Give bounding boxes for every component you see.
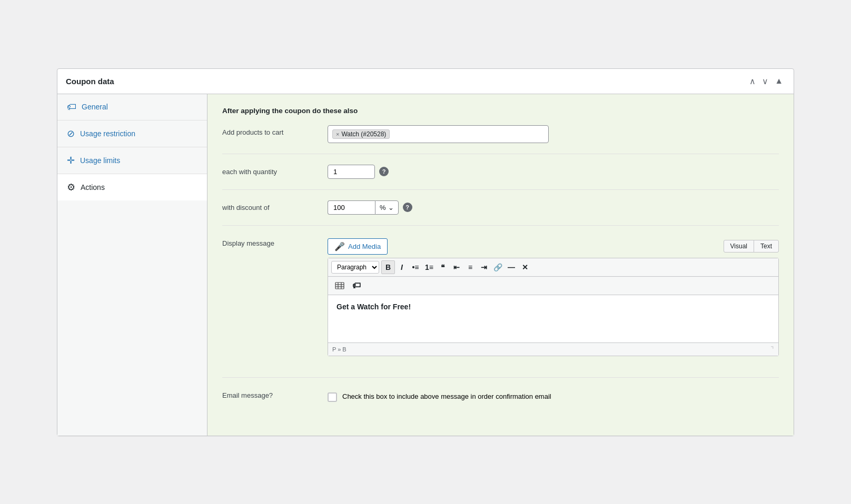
product-tag-label: Watch (#20528) (341, 130, 386, 138)
discount-input-group: % ⌄ (328, 200, 399, 215)
discount-row: with discount of % ⌄ ? (222, 200, 779, 226)
collapse-down-button[interactable]: ∨ (760, 75, 770, 87)
discount-unit-label: % (380, 204, 386, 211)
email-message-row: Email message? Check this box to include… (222, 377, 779, 412)
svg-rect-0 (335, 283, 344, 289)
sidebar-item-general[interactable]: 🏷 General (57, 94, 207, 120)
add-media-icon: 🎤 (334, 241, 345, 251)
editor-toolbar-row1: Paragraph B I •≡ 1≡ ❝ ⇤ ≡ ⇥ 🔗 (328, 258, 778, 277)
quantity-input[interactable] (328, 165, 375, 179)
section-title: After applying the coupon do these also (222, 107, 779, 115)
editor-content: Get a Watch for Free! (337, 303, 411, 311)
discount-field: % ⌄ ? (328, 200, 779, 215)
display-message-row: Display message 🎤 Add Media Visual Text (222, 236, 779, 367)
strikethrough-button[interactable]: ― (504, 260, 518, 274)
email-field: Check this box to include above message … (328, 388, 779, 402)
editor-toolbar-row2: 🏷 (328, 277, 778, 295)
display-message-label: Display message (222, 236, 328, 247)
panel-body: 🏷 General ⊘ Usage restriction ✛ Usage li… (57, 94, 794, 436)
sidebar-label-general: General (82, 103, 108, 111)
editor-toolbar-top: 🎤 Add Media Visual Text (328, 238, 779, 255)
product-tag: × Watch (#20528) (332, 129, 390, 139)
blockquote-button[interactable]: ❝ (436, 260, 450, 274)
quantity-field: ? (328, 165, 779, 179)
editor-container: Paragraph B I •≡ 1≡ ❝ ⇤ ≡ ⇥ 🔗 (328, 258, 779, 356)
gear-icon: ⚙ (67, 182, 75, 193)
discount-input[interactable] (328, 200, 375, 215)
sidebar-label-actions: Actions (81, 183, 105, 191)
resize-handle[interactable]: ⌝ (770, 345, 774, 354)
quantity-label: each with quantity (222, 165, 328, 176)
sidebar-label-usage-limits: Usage limits (80, 156, 120, 165)
editor-body[interactable]: Get a Watch for Free! (328, 295, 778, 342)
display-message-field: 🎤 Add Media Visual Text (328, 238, 779, 356)
discount-label: with discount of (222, 200, 328, 211)
ordered-list-button[interactable]: 1≡ (422, 260, 436, 274)
editor-path: P » B (332, 346, 347, 352)
product-tag-input[interactable]: × Watch (#20528) (328, 125, 549, 143)
close-button[interactable]: ✕ (518, 260, 532, 274)
bold-button[interactable]: B (381, 260, 395, 274)
coupon-button[interactable]: 🏷 (348, 279, 365, 293)
unordered-list-button[interactable]: •≡ (409, 260, 422, 274)
coupon-data-panel: Coupon data ∧ ∨ ▲ 🏷 General ⊘ Usage rest… (57, 68, 794, 436)
table-button[interactable] (331, 279, 348, 293)
tab-text[interactable]: Text (754, 240, 779, 253)
limits-icon: ✛ (67, 155, 75, 166)
add-media-button[interactable]: 🎤 Add Media (328, 238, 388, 255)
paragraph-select[interactable]: Paragraph (331, 261, 379, 274)
sidebar-label-usage-restriction: Usage restriction (80, 129, 135, 138)
link-button[interactable]: 🔗 (491, 260, 504, 274)
discount-help-icon[interactable]: ? (403, 203, 412, 212)
sidebar-item-actions[interactable]: ⚙ Actions (57, 174, 207, 200)
view-tabs: Visual Text (724, 240, 779, 253)
main-content: After applying the coupon do these also … (207, 94, 794, 436)
quantity-help-icon[interactable]: ? (379, 167, 389, 176)
editor-statusbar: P » B ⌝ (328, 342, 778, 356)
sidebar-item-usage-limits[interactable]: ✛ Usage limits (57, 147, 207, 174)
email-label: Email message? (222, 388, 328, 399)
panel-title: Coupon data (66, 77, 114, 86)
add-products-field: × Watch (#20528) (328, 125, 779, 143)
align-left-button[interactable]: ⇤ (450, 260, 463, 274)
restriction-icon: ⊘ (67, 128, 75, 139)
coupon-icon: 🏷 (352, 281, 361, 290)
email-checkbox[interactable] (328, 392, 337, 402)
add-products-row: Add products to cart × Watch (#20528) (222, 125, 779, 154)
collapse-up-button[interactable]: ∧ (747, 75, 758, 87)
align-right-button[interactable]: ⇥ (477, 260, 491, 274)
chevron-down-icon: ⌄ (388, 204, 394, 211)
align-center-button[interactable]: ≡ (463, 260, 477, 274)
sidebar-item-usage-restriction[interactable]: ⊘ Usage restriction (57, 120, 207, 147)
discount-unit-select[interactable]: % ⌄ (375, 200, 399, 215)
remove-tag-button[interactable]: × (336, 131, 339, 137)
panel-header: Coupon data ∧ ∨ ▲ (57, 69, 794, 94)
sidebar: 🏷 General ⊘ Usage restriction ✛ Usage li… (57, 94, 207, 436)
panel-controls: ∧ ∨ ▲ (747, 75, 785, 87)
add-products-label: Add products to cart (222, 125, 328, 136)
tab-visual[interactable]: Visual (724, 240, 754, 253)
tag-icon: 🏷 (67, 102, 76, 113)
quantity-row: each with quantity ? (222, 165, 779, 190)
expand-button[interactable]: ▲ (773, 75, 785, 87)
italic-button[interactable]: I (395, 260, 409, 274)
email-checkbox-text: Check this box to include above message … (342, 392, 551, 400)
